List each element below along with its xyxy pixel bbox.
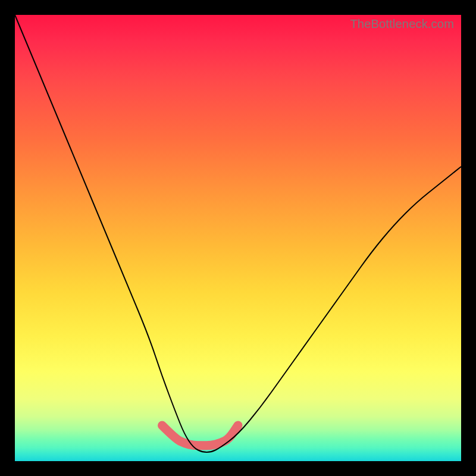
curve-layer bbox=[15, 15, 461, 461]
bottleneck-curve bbox=[15, 15, 461, 452]
chart-frame: TheBottleneck.com bbox=[0, 0, 476, 476]
plot-area: TheBottleneck.com bbox=[15, 15, 461, 461]
